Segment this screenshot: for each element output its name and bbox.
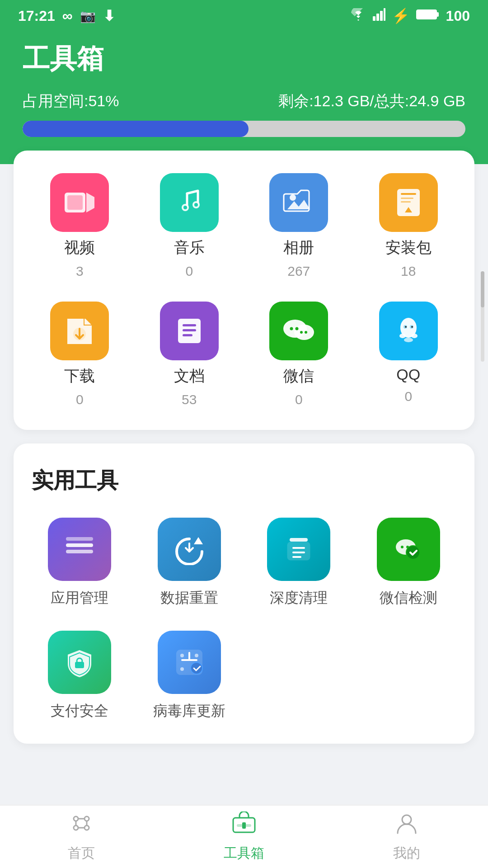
download-icon <box>50 302 109 360</box>
svg-rect-69 <box>242 822 246 829</box>
svg-rect-15 <box>401 193 416 195</box>
status-bar: 17:21 ∞ 📷 ⬇ ⚡ <box>0 0 488 32</box>
svg-point-36 <box>411 326 413 328</box>
svg-rect-3 <box>384 8 385 21</box>
wechatcheck-label: 微信检测 <box>380 588 437 608</box>
music-count: 0 <box>185 264 193 279</box>
svg-point-47 <box>401 546 404 548</box>
infinity-icon: ∞ <box>62 8 73 24</box>
apk-count: 18 <box>401 264 416 279</box>
paysafe-icon <box>48 631 111 694</box>
svg-rect-8 <box>67 195 83 210</box>
svg-rect-5 <box>436 12 439 17</box>
tool-item-wechatcheck[interactable]: 微信检测 <box>361 518 457 608</box>
file-item-music[interactable]: 音乐 0 <box>141 173 238 279</box>
apk-icon <box>379 173 438 232</box>
svg-rect-0 <box>373 16 375 21</box>
qq-count: 0 <box>404 389 412 404</box>
svg-point-13 <box>290 194 296 201</box>
nav-item-home[interactable]: 首页 <box>0 811 163 863</box>
camera-icon: 📷 <box>80 9 96 24</box>
svg-point-31 <box>411 334 418 338</box>
apk-label: 安装包 <box>385 237 432 258</box>
svg-point-26 <box>296 327 299 330</box>
page-title: 工具箱 <box>23 41 465 77</box>
scroll-thumb <box>481 271 484 307</box>
signal-icon <box>373 8 385 24</box>
svg-rect-51 <box>75 662 84 668</box>
download-label: 下载 <box>64 366 95 387</box>
deepclean-icon <box>267 518 330 581</box>
nav-item-toolbox[interactable]: 工具箱 <box>163 811 325 863</box>
svg-point-70 <box>402 815 411 824</box>
file-item-photo[interactable]: 相册 267 <box>251 173 347 279</box>
nav-item-mine[interactable]: 我的 <box>325 811 488 863</box>
svg-point-50 <box>407 546 419 559</box>
virusupdate-icon <box>158 631 221 694</box>
wifi-icon <box>350 8 366 24</box>
tool-item-virusupdate[interactable]: 病毒库更新 <box>141 631 238 721</box>
battery-icon <box>416 8 440 24</box>
home-nav-icon <box>69 811 94 840</box>
video-icon <box>50 173 109 232</box>
svg-rect-1 <box>376 14 379 21</box>
download-status-icon: ⬇ <box>103 7 115 24</box>
tools-title: 实用工具 <box>32 466 456 495</box>
appmanage-label: 应用管理 <box>51 588 108 608</box>
file-grid-card: 视频 3 音乐 <box>14 151 474 430</box>
toolbox-nav-icon <box>231 811 257 840</box>
svg-rect-41 <box>290 538 308 542</box>
music-label: 音乐 <box>174 237 205 258</box>
svg-point-60 <box>84 816 89 821</box>
bottom-nav: 首页 工具箱 我的 <box>0 805 488 868</box>
paysafe-label: 支付安全 <box>51 701 108 721</box>
wechat-count: 0 <box>295 392 303 407</box>
svg-rect-20 <box>183 324 196 326</box>
deepclean-label: 深度清理 <box>270 588 328 608</box>
tool-item-paysafe[interactable]: 支付安全 <box>32 631 128 721</box>
remain-space-label: 剩余:12.3 GB/总共:24.9 GB <box>278 91 465 112</box>
wechat-label: 微信 <box>283 366 314 387</box>
svg-point-27 <box>300 331 303 334</box>
svg-point-28 <box>305 331 307 334</box>
tool-item-datareset[interactable]: 数据重置 <box>141 518 238 608</box>
wechatcheck-icon <box>377 518 440 581</box>
svg-point-24 <box>283 320 307 338</box>
battery-level: 100 <box>446 8 470 24</box>
file-item-apk[interactable]: 安装包 18 <box>361 173 457 279</box>
svg-point-12 <box>194 203 198 207</box>
video-count: 3 <box>76 264 84 279</box>
datareset-label: 数据重置 <box>160 588 218 608</box>
file-item-download[interactable]: 下载 0 <box>32 302 128 407</box>
virusupdate-label: 病毒库更新 <box>153 701 225 721</box>
svg-point-61 <box>74 826 78 830</box>
video-label: 视频 <box>64 237 95 258</box>
file-item-video[interactable]: 视频 3 <box>32 173 128 279</box>
svg-point-11 <box>183 206 187 209</box>
app-header: 工具箱 占用空间:51% 剩余:12.3 GB/总共:24.9 GB <box>0 32 488 164</box>
mine-nav-label: 我的 <box>393 844 420 863</box>
svg-marker-40 <box>194 537 203 544</box>
tools-card: 实用工具 应用管理 <box>14 443 474 744</box>
file-item-wechat[interactable]: 微信 0 <box>251 302 347 407</box>
doc-count: 53 <box>182 392 197 407</box>
datareset-icon <box>158 518 221 581</box>
file-item-doc[interactable]: 文档 53 <box>141 302 238 407</box>
file-item-qq[interactable]: QQ 0 <box>361 302 457 407</box>
svg-rect-38 <box>66 550 93 553</box>
tool-item-appmanage[interactable]: 应用管理 <box>32 518 128 608</box>
qq-icon <box>379 302 438 360</box>
svg-rect-22 <box>183 334 192 336</box>
svg-rect-2 <box>380 11 383 21</box>
photo-label: 相册 <box>283 237 314 258</box>
photo-icon <box>269 173 328 232</box>
svg-point-59 <box>74 816 78 821</box>
doc-icon <box>160 302 219 360</box>
music-icon <box>160 173 219 232</box>
svg-point-25 <box>290 327 293 330</box>
tool-item-deepclean[interactable]: 深度清理 <box>251 518 347 608</box>
status-left: 17:21 ∞ 📷 ⬇ <box>18 7 115 24</box>
svg-point-62 <box>84 826 89 830</box>
svg-point-58 <box>180 667 184 671</box>
svg-rect-21 <box>183 329 196 331</box>
